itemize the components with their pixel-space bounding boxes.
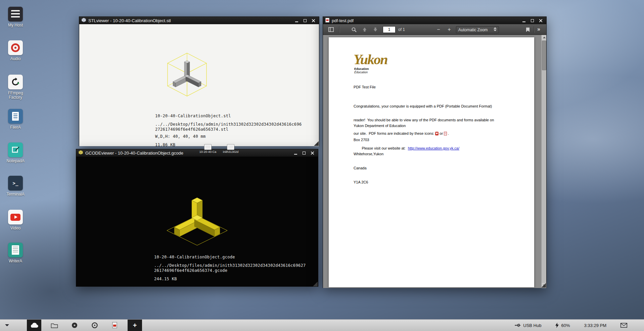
desktop-icon-label: FFmpeg Factory [3, 91, 28, 100]
pdf-content-area: Yukon Education Éducation PDF Test File … [323, 35, 546, 288]
stl-file-info: 10-20-40-CalibrationObject.stl ../../Des… [155, 114, 302, 146]
stl-3d-viewport[interactable]: 10-20-40-CalibrationObject.stl ../../Des… [79, 24, 319, 146]
ring-icon [91, 322, 98, 329]
taskbar: + USB Hub 60% 3:33:29 PM [0, 319, 644, 331]
gcode-3d-viewport[interactable]: 10-20-40-CalibrationObject.gcode ../../D… [76, 157, 318, 287]
desktop-icon-terminal[interactable]: >_ TerminalA [3, 176, 28, 197]
maximize-button[interactable] [302, 18, 308, 23]
usb-status: USB Hub [515, 323, 541, 328]
minimize-button[interactable] [293, 18, 300, 23]
stl-viewer-window: STLviewer - 10-20-40-CalibrationObject.s… [79, 16, 319, 146]
close-button[interactable] [310, 18, 317, 23]
gcode-file-size: 244.15 KB [154, 277, 306, 282]
website-link[interactable]: http://www.education.gov.yk.ca/ [408, 146, 459, 150]
yukon-logo: Yukon Education Éducation [354, 53, 387, 74]
window-title: pdf-test.pdf [332, 18, 354, 23]
file-icon [227, 144, 234, 150]
address-line: Canada [354, 166, 406, 170]
taskbar-collapse-button[interactable] [5, 324, 9, 327]
zoom-select-value: Automatic Zoom [458, 28, 488, 32]
arrow-up-icon [362, 27, 367, 32]
writer-icon[interactable] [8, 243, 23, 257]
minimize-button[interactable] [521, 18, 527, 23]
scrollbar-thumb[interactable] [542, 41, 546, 70]
file-label: 10-20-40-Ca [196, 150, 220, 154]
taskbar-app-files[interactable] [27, 320, 41, 331]
previous-page-button[interactable] [360, 25, 369, 34]
taskbar-app-pdf[interactable] [107, 320, 122, 331]
address-line: Y1A 2C6 [354, 180, 406, 184]
taskbar-add-button[interactable]: + [128, 320, 142, 331]
pdf-window-titlebar[interactable]: pdf-test.pdf [323, 17, 546, 24]
stl-model-render [152, 48, 222, 111]
taskbar-app-media2[interactable] [87, 320, 102, 331]
close-button[interactable] [538, 18, 544, 23]
mail-button[interactable] [620, 323, 627, 328]
pdf-app-icon [325, 18, 329, 24]
scroll-up-arrow[interactable] [542, 35, 546, 40]
gcode-filename: 10-20-40-CalibrationObject.gcode [154, 255, 306, 260]
envelope-icon [620, 323, 627, 328]
desktop-icon-label: Audio [3, 57, 28, 61]
yukon-logo-sub: Education [354, 67, 387, 71]
file-manager-icon[interactable] [8, 109, 23, 124]
taskbar-app-media[interactable] [67, 320, 82, 331]
pdf-doc-heading: PDF Test File [354, 85, 376, 89]
gcode-file-info: 10-20-40-CalibrationObject.gcode ../../D… [154, 255, 306, 282]
sidebar-toggle-button[interactable] [326, 25, 336, 34]
page-count-label: of 1 [398, 27, 405, 32]
pdf-page: Yukon Education Éducation PDF Test File … [329, 37, 534, 287]
stl-filename: 10-20-40-CalibrationObject.stl [155, 114, 302, 119]
maximize-button[interactable] [529, 18, 536, 23]
zoom-in-button[interactable]: + [445, 25, 454, 34]
minimize-button[interactable] [292, 150, 299, 156]
maximize-button[interactable] [301, 150, 307, 156]
window-title: GCODEviewer - 10-20-40-CalibrationObject… [85, 151, 183, 156]
close-button[interactable] [309, 150, 316, 156]
host-icon[interactable] [8, 7, 23, 22]
stl-dimensions: W,D,H: 40, 40, 40 mm [155, 134, 302, 139]
toolbar-overflow-button[interactable]: » [537, 26, 540, 32]
bookmark-button[interactable] [523, 25, 533, 34]
desktop-icon-writer[interactable]: WriterA [3, 243, 28, 263]
gcode-viewer-window: GCODEviewer - 10-20-40-CalibrationObject… [76, 149, 318, 287]
desktop-icon-filer[interactable]: FilerA [3, 109, 28, 130]
next-page-button[interactable] [371, 25, 380, 34]
stl-window-titlebar[interactable]: STLviewer - 10-20-40-CalibrationObject.s… [79, 17, 319, 24]
audio-icon[interactable] [8, 40, 23, 55]
zoom-out-button[interactable]: − [434, 25, 443, 34]
resize-grip[interactable] [313, 282, 318, 286]
zoom-select[interactable]: Automatic Zoom [456, 26, 499, 33]
notepad-icon[interactable] [8, 142, 23, 157]
find-button[interactable] [349, 25, 359, 34]
terminal-prompt-glyph: >_ [13, 180, 18, 186]
desktop-icon-ffmpeg[interactable]: FFmpeg Factory [3, 75, 28, 100]
power-icon [555, 323, 559, 328]
page-number-input[interactable] [383, 26, 396, 33]
file-icon [204, 144, 212, 150]
scrollbar[interactable] [541, 35, 546, 288]
terminal-icon[interactable]: >_ [8, 176, 23, 191]
desktop-icon-label: FilerA [3, 125, 28, 130]
video-icon[interactable] [8, 210, 23, 224]
window-title: STLviewer - 10-20-40-CalibrationObject.s… [88, 18, 171, 23]
desktop-file[interactable]: 10-20-40-Ca [196, 144, 220, 154]
gcode-file-path: ../../Desktop/files/admin/inith31302d323… [154, 263, 306, 268]
stl-file-path: ../../Desktop/files/admin/inith31302d323… [155, 122, 302, 127]
stl-app-icon [82, 18, 86, 23]
desktop-icon-my-host[interactable]: My Host [3, 7, 28, 28]
desktop-file[interactable]: inith31302d [219, 144, 242, 154]
desktop-icon-notepad[interactable]: NotepadA [3, 142, 28, 163]
desktop-icon-video[interactable]: Video [3, 210, 28, 231]
disc-icon [71, 322, 78, 329]
address-line: Box 2703 [354, 137, 406, 142]
resize-grip[interactable] [541, 283, 546, 288]
desktop-icon-audio[interactable]: Audio [3, 40, 28, 61]
desktop-icon-label: My Host [3, 23, 28, 28]
taskbar-app-folder[interactable] [47, 320, 61, 331]
paragraph-line: Congratulations, your computer is equipp… [354, 104, 494, 109]
ffmpeg-icon[interactable] [8, 75, 23, 89]
resize-grip[interactable] [314, 141, 319, 146]
desktop-icon-label: Video [3, 226, 28, 231]
battery-status: 60% [555, 323, 570, 328]
